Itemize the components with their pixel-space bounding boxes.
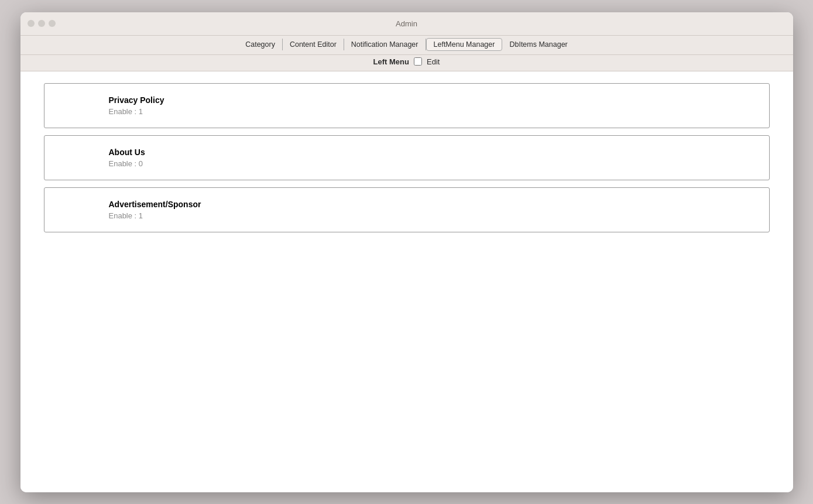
window-controls bbox=[28, 20, 56, 27]
menu-item-title: Privacy Policy bbox=[109, 95, 757, 105]
maximize-button[interactable] bbox=[49, 20, 56, 27]
close-button[interactable] bbox=[28, 20, 35, 27]
tab-content-editor[interactable]: Content Editor bbox=[283, 39, 344, 50]
menu-item-enable: Enable : 1 bbox=[109, 107, 757, 116]
title-bar: Admin bbox=[20, 12, 793, 36]
edit-label: Edit bbox=[427, 57, 440, 66]
minimize-button[interactable] bbox=[38, 20, 45, 27]
menu-item-enable: Enable : 1 bbox=[109, 211, 757, 220]
menu-item-advertisement-sponsor[interactable]: Advertisement/Sponsor Enable : 1 bbox=[44, 187, 770, 232]
window-title: Admin bbox=[396, 19, 417, 28]
sub-bar: Left Menu Edit bbox=[20, 55, 793, 71]
menu-item-title: Advertisement/Sponsor bbox=[109, 200, 757, 209]
tab-notification-manager[interactable]: Notification Manager bbox=[344, 39, 426, 50]
menu-item-title: About Us bbox=[109, 148, 757, 157]
menu-item-enable: Enable : 0 bbox=[109, 159, 757, 168]
edit-checkbox[interactable] bbox=[414, 57, 422, 66]
menu-item-about-us[interactable]: About Us Enable : 0 bbox=[44, 135, 770, 180]
tab-dbitems-manager[interactable]: DbItems Manager bbox=[502, 39, 574, 50]
sub-bar-label: Left Menu bbox=[373, 57, 409, 66]
tab-bar: Category Content Editor Notification Man… bbox=[20, 36, 793, 55]
tab-category[interactable]: Category bbox=[238, 39, 283, 50]
tab-leftmenu-manager[interactable]: LeftMenu Manager bbox=[426, 38, 503, 51]
app-window: Admin Category Content Editor Notificati… bbox=[20, 12, 793, 492]
menu-item-privacy-policy[interactable]: Privacy Policy Enable : 1 bbox=[44, 83, 770, 128]
content-area: Privacy Policy Enable : 1 About Us Enabl… bbox=[20, 71, 793, 492]
